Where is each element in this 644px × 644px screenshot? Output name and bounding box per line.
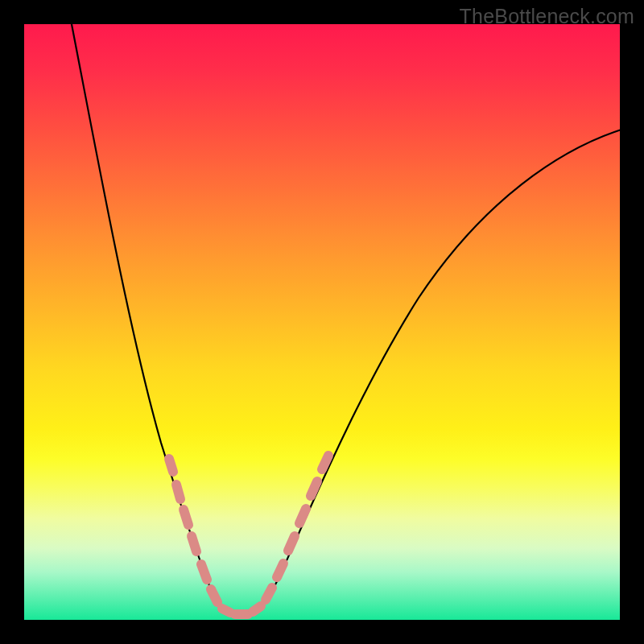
- svg-line-3: [192, 536, 196, 551]
- svg-line-8: [253, 606, 261, 612]
- svg-line-0: [169, 459, 173, 472]
- svg-line-2: [184, 510, 188, 525]
- left-curve: [71, 20, 232, 616]
- svg-line-12: [299, 509, 306, 523]
- curve-layer: [24, 24, 620, 620]
- svg-line-13: [311, 481, 317, 496]
- svg-line-9: [266, 588, 272, 600]
- right-curve: [248, 129, 624, 616]
- marker-group: [169, 456, 328, 614]
- svg-line-4: [201, 564, 207, 580]
- svg-line-6: [222, 609, 230, 613]
- plot-area: [24, 24, 620, 620]
- svg-line-11: [288, 536, 295, 551]
- svg-line-10: [277, 564, 283, 577]
- svg-line-1: [176, 485, 180, 499]
- chart-container: TheBottleneck.com: [0, 0, 644, 644]
- svg-line-5: [211, 589, 217, 602]
- svg-line-14: [322, 456, 328, 469]
